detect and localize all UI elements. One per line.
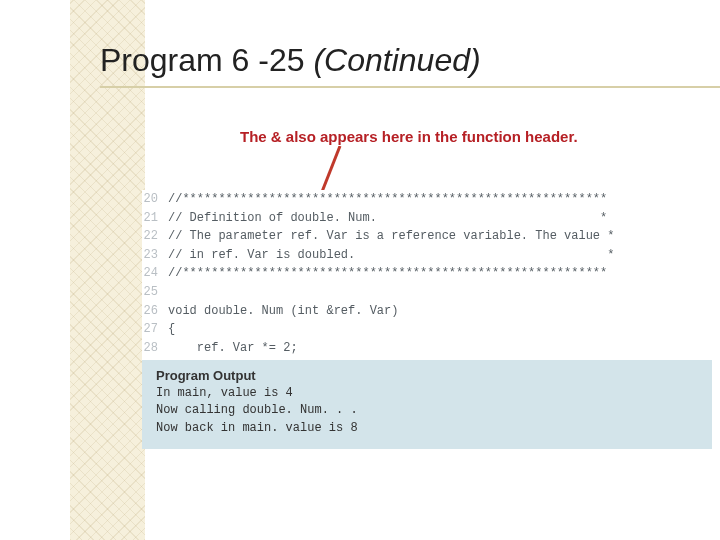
line-number: 26: [142, 302, 168, 321]
line-number: 21: [142, 209, 168, 228]
code-text: //**************************************…: [168, 264, 682, 283]
output-line: Now back in main. value is 8: [156, 420, 698, 437]
code-row: 26void double. Num (int &ref. Var): [142, 302, 682, 321]
output-heading: Program Output: [156, 368, 698, 383]
line-number: 28: [142, 339, 168, 358]
code-text: {: [168, 320, 682, 339]
code-listing: 20//************************************…: [142, 190, 682, 376]
output-line: Now calling double. Num. . .: [156, 402, 698, 419]
code-text: // in ref. Var is doubled. *: [168, 246, 682, 265]
left-band-decor: [70, 0, 145, 540]
code-text: //**************************************…: [168, 190, 682, 209]
output-lines: In main, value is 4Now calling double. N…: [156, 385, 698, 437]
program-output: Program Output In main, value is 4Now ca…: [142, 360, 712, 449]
code-text: [168, 283, 682, 302]
output-line: In main, value is 4: [156, 385, 698, 402]
code-row: 27{: [142, 320, 682, 339]
title-rule: [100, 86, 720, 88]
code-text: // The parameter ref. Var is a reference…: [168, 227, 682, 246]
line-number: 20: [142, 190, 168, 209]
caption: The & also appears here in the function …: [240, 128, 578, 145]
code-text: ref. Var *= 2;: [168, 339, 682, 358]
title-main: Program 6 -25: [100, 42, 313, 78]
code-row: 20//************************************…: [142, 190, 682, 209]
code-row: 23// in ref. Var is doubled. *: [142, 246, 682, 265]
code-row: 24//************************************…: [142, 264, 682, 283]
code-row: 28 ref. Var *= 2;: [142, 339, 682, 358]
code-row: 22// The parameter ref. Var is a referen…: [142, 227, 682, 246]
line-number: 27: [142, 320, 168, 339]
slide: Program 6 -25 (Continued) The & also app…: [0, 0, 720, 540]
line-number: 22: [142, 227, 168, 246]
line-number: 24: [142, 264, 168, 283]
code-text: // Definition of double. Num. *: [168, 209, 682, 228]
code-row: 21// Definition of double. Num. *: [142, 209, 682, 228]
code-text: void double. Num (int &ref. Var): [168, 302, 682, 321]
line-number: 25: [142, 283, 168, 302]
line-number: 23: [142, 246, 168, 265]
code-row: 25: [142, 283, 682, 302]
page-title: Program 6 -25 (Continued): [100, 42, 481, 79]
title-continued: (Continued): [313, 42, 480, 78]
